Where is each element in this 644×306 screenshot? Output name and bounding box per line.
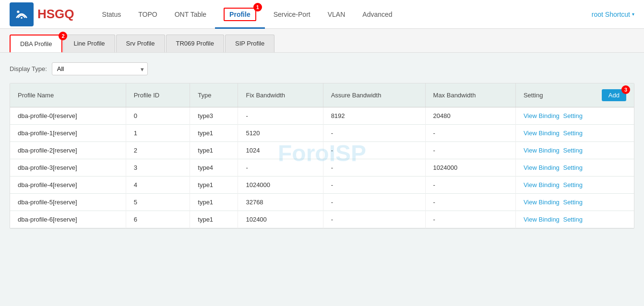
setting-link[interactable]: Setting [563,164,582,171]
sub-tab-sip-profile[interactable]: SIP Profile [225,35,274,52]
sub-tab-tr069-profile[interactable]: TR069 Profile [166,35,224,52]
cell-profile-id: 0 [126,107,190,125]
cell-max-bandwidth: 1024000 [425,159,515,177]
cell-actions: View Binding Setting [515,107,634,125]
cell-max-bandwidth: - [425,211,515,228]
nav-advanced[interactable]: Advanced [354,0,401,29]
cell-profile-name: dba-profile-6[reserve] [10,211,126,228]
cell-assure-bandwidth: 8192 [323,107,425,125]
cell-assure-bandwidth: - [323,194,425,211]
cell-type: type1 [190,211,238,228]
setting-link[interactable]: Setting [563,181,582,188]
table-header-row: Profile Name Profile ID Type Fix Bandwid… [10,83,634,107]
cell-assure-bandwidth: - [323,142,425,159]
th-max-bandwidth: Max Bandwidth [425,83,515,107]
setting-link[interactable]: Setting [563,147,582,154]
logo-text: HSGQ [37,7,74,22]
cell-fix-bandwidth: 1024000 [238,177,323,194]
th-setting: Setting Add 3 [515,83,634,107]
setting-link[interactable]: Setting [563,216,582,223]
content: Display Type: All type1 type3 type4 Prof… [0,53,644,238]
cell-assure-bandwidth: - [323,159,425,177]
view-binding-link[interactable]: View Binding [524,199,560,206]
nav-profile-badge: 1 [253,3,262,12]
cell-assure-bandwidth: - [323,125,425,142]
setting-link[interactable]: Setting [563,129,582,137]
cell-type: type1 [190,194,238,211]
cell-fix-bandwidth: 102400 [238,211,323,228]
filter-row: Display Type: All type1 type3 type4 [10,62,634,75]
cell-type: type4 [190,159,238,177]
table-row: dba-profile-0[reserve] 0 type3 - 8192 20… [10,107,634,125]
cell-fix-bandwidth: - [238,159,323,177]
nav-right: root Shortcut ▾ [592,11,634,18]
logo-icon [10,2,34,26]
cell-max-bandwidth: - [425,194,515,211]
nav-service-port[interactable]: Service-Port [265,0,319,29]
th-profile-id: Profile ID [126,83,190,107]
cell-type: type1 [190,125,238,142]
nav-status[interactable]: Status [94,0,130,29]
header: HSGQ Status TOPO ONT Table Profile 1 Ser… [0,0,644,29]
view-binding-link[interactable]: View Binding [524,129,560,137]
cell-profile-name: dba-profile-1[reserve] [10,125,126,142]
cell-actions: View Binding Setting [515,142,634,159]
svg-point-2 [21,17,23,19]
cell-fix-bandwidth: - [238,107,323,125]
cell-actions: View Binding Setting [515,194,634,211]
cell-actions: View Binding Setting [515,125,634,142]
table-row: dba-profile-3[reserve] 3 type4 - - 10240… [10,159,634,177]
cell-max-bandwidth: - [425,142,515,159]
cell-fix-bandwidth: 32768 [238,194,323,211]
table-row: dba-profile-6[reserve] 6 type1 102400 - … [10,211,634,228]
cell-assure-bandwidth: - [323,177,425,194]
cell-profile-id: 3 [126,159,190,177]
nav-user: root [592,11,603,18]
cell-max-bandwidth: - [425,177,515,194]
table-row: dba-profile-1[reserve] 1 type1 5120 - - … [10,125,634,142]
sub-tabs: DBA Profile 2 Line Profile Srv Profile T… [0,29,644,53]
cell-profile-id: 2 [126,142,190,159]
cell-profile-id: 4 [126,177,190,194]
main-nav: Status TOPO ONT Table Profile 1 Service-… [94,0,634,29]
th-assure-bandwidth: Assure Bandwidth [323,83,425,107]
dba-profile-table: Profile Name Profile ID Type Fix Bandwid… [10,83,634,229]
view-binding-link[interactable]: View Binding [524,181,560,188]
nav-shortcut[interactable]: Shortcut ▾ [605,11,634,18]
sub-tab-line-profile[interactable]: Line Profile [63,35,115,52]
display-type-select[interactable]: All type1 type3 type4 [52,62,148,75]
setting-link[interactable]: Setting [563,112,582,119]
cell-assure-bandwidth: - [323,211,425,228]
table-row: dba-profile-5[reserve] 5 type1 32768 - -… [10,194,634,211]
view-binding-link[interactable]: View Binding [524,164,560,171]
view-binding-link[interactable]: View Binding [524,216,560,223]
cell-profile-id: 5 [126,194,190,211]
view-binding-link[interactable]: View Binding [524,147,560,154]
sub-tab-dba-profile[interactable]: DBA Profile [10,35,62,52]
cell-profile-name: dba-profile-4[reserve] [10,177,126,194]
nav-vlan[interactable]: VLAN [319,0,354,29]
table-row: dba-profile-2[reserve] 2 type1 1024 - - … [10,142,634,159]
cell-actions: View Binding Setting [515,211,634,228]
cell-profile-name: dba-profile-5[reserve] [10,194,126,211]
sub-tab-srv-profile[interactable]: Srv Profile [116,35,165,52]
cell-type: type1 [190,142,238,159]
cell-profile-name: dba-profile-2[reserve] [10,142,126,159]
setting-link[interactable]: Setting [563,199,582,206]
logo: HSGQ [10,2,74,26]
cell-max-bandwidth: - [425,125,515,142]
svg-point-1 [17,10,19,12]
view-binding-link[interactable]: View Binding [524,112,560,119]
nav-topo[interactable]: TOPO [130,0,166,29]
cell-type: type3 [190,107,238,125]
cell-actions: View Binding Setting [515,177,634,194]
nav-ont-table[interactable]: ONT Table [166,0,215,29]
th-type: Type [190,83,238,107]
add-btn-wrap: Add 3 [602,89,626,101]
table-row: dba-profile-4[reserve] 4 type1 1024000 -… [10,177,634,194]
nav-profile[interactable]: Profile 1 [215,0,265,29]
chevron-down-icon: ▾ [632,12,634,17]
filter-label: Display Type: [10,65,47,72]
cell-profile-id: 6 [126,211,190,228]
display-type-select-wrap: All type1 type3 type4 [52,62,148,75]
